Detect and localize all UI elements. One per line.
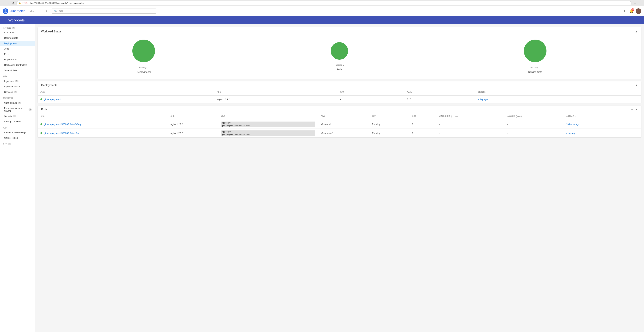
search-input[interactable] bbox=[59, 10, 154, 12]
sidebar-section-cluster-label: 集群 bbox=[3, 126, 7, 129]
pod-tag-2-0: app: nginx bbox=[221, 130, 316, 133]
pod-node-cell-2: k8s-master1 bbox=[318, 129, 369, 137]
sidebar-section-workloads-badge: N bbox=[12, 27, 15, 29]
search-bar: 🔍 bbox=[52, 9, 156, 14]
sidebar-item-pvc[interactable]: Persistent Volume Claims N bbox=[0, 105, 35, 113]
status-circle-pods-container: Running: 3 bbox=[331, 42, 348, 66]
browser-menu-button[interactable]: ⋮ bbox=[638, 1, 642, 5]
deployments-collapse-button[interactable]: ▲ bbox=[635, 84, 638, 87]
app-header: ☰ Workloads bbox=[0, 16, 644, 25]
sidebar-config-maps-badge: N bbox=[18, 102, 21, 104]
pod-tag-2-1: pod-template-hash: 565887c86b bbox=[221, 133, 316, 136]
pod-created-link[interactable]: 13 hours ago bbox=[566, 123, 580, 125]
status-name-replicasets: Replica Sets bbox=[528, 71, 542, 73]
sidebar-item-replica-sets[interactable]: Replica Sets bbox=[0, 57, 35, 62]
refresh-button[interactable]: ↺ bbox=[12, 2, 15, 5]
deployments-table: 名称 镜像 标签 Pods 创建时间 ↑ nginx-deployment bbox=[38, 89, 641, 103]
status-item-deployments: Running: 1 Deployments bbox=[132, 40, 155, 73]
sidebar-config-maps-label: Config Maps bbox=[4, 101, 17, 104]
sidebar-stateful-sets-label: Stateful Sets bbox=[4, 69, 17, 72]
sidebar-pvc-label: Persistent Volume Claims bbox=[4, 107, 28, 112]
pod-name-link-2[interactable]: nginx-deployment-565887c86b-z7nrh bbox=[43, 132, 80, 134]
sidebar-pvc-badge: N bbox=[28, 108, 32, 111]
namespace-selector[interactable]: laker ▼ bbox=[28, 9, 49, 13]
status-item-replica-sets: Running: 1 Replica Sets bbox=[524, 40, 546, 73]
add-resource-button[interactable]: + bbox=[622, 8, 627, 14]
workload-status-header: Workload Status ▲ bbox=[38, 27, 641, 36]
deployments-col-image: 镜像 bbox=[214, 89, 337, 96]
sidebar-item-secrets[interactable]: Secrets N bbox=[0, 113, 35, 119]
sidebar-item-jobs[interactable]: Jobs bbox=[0, 46, 35, 51]
deployments-section-header: Deployments ⚌ ▲ bbox=[38, 81, 641, 89]
pods-col-name: 名称 bbox=[38, 113, 168, 120]
table-row: nginx-deployment nginx:1.23.2 - 3 / 3 a … bbox=[38, 96, 641, 103]
table-row: nginx-deployment-565887c86b-2k84q nginx:… bbox=[38, 120, 641, 129]
deployment-name-link[interactable]: nginx-deployment bbox=[43, 98, 61, 101]
kubernetes-logo[interactable]: kubernetes bbox=[3, 8, 25, 14]
pod-name-link[interactable]: nginx-deployment-565887c86b-2k84q bbox=[43, 123, 81, 125]
deployments-table-head: 名称 镜像 标签 Pods 创建时间 ↑ bbox=[38, 89, 641, 96]
forward-button[interactable]: → bbox=[6, 2, 10, 5]
sidebar-daemon-sets-label: Daemon Sets bbox=[4, 37, 18, 39]
workload-status-collapse-button[interactable]: ▲ bbox=[635, 30, 638, 33]
sidebar-ingress-classes-label: Ingress Classes bbox=[4, 85, 20, 88]
sidebar-section-services-label: 服务 bbox=[3, 75, 7, 78]
menu-toggle-button[interactable]: ☰ bbox=[3, 18, 6, 22]
status-circle-pods bbox=[331, 42, 348, 60]
status-item-pods: Running: 3 Pods bbox=[331, 42, 348, 71]
url-bar[interactable]: 🔒 不安全 https://10.224.76.114:30698/#/work… bbox=[16, 1, 632, 5]
pod-cpu-cell: - bbox=[436, 120, 504, 129]
deployment-image-cell: nginx:1.23.2 bbox=[214, 96, 337, 103]
pods-section-header: Pods ⚌ ▲ bbox=[38, 106, 641, 113]
sidebar-section-config: 配置和存储 bbox=[0, 95, 35, 100]
sidebar-item-stateful-sets[interactable]: Stateful Sets bbox=[0, 68, 35, 73]
sidebar-item-ingress-classes[interactable]: Ingress Classes bbox=[0, 84, 35, 89]
sidebar-item-cluster-roles[interactable]: Cluster Roles bbox=[0, 135, 35, 140]
pods-table-body: nginx-deployment-565887c86b-2k84q nginx:… bbox=[38, 120, 641, 137]
pods-collapse-button[interactable]: ▲ bbox=[635, 108, 638, 111]
sidebar-item-cron-jobs[interactable]: Cron Jobs bbox=[0, 30, 35, 35]
bookmark-button[interactable]: ☆ bbox=[633, 1, 637, 5]
pods-col-status: 状态 bbox=[369, 113, 409, 120]
deployment-status-cell: nginx-deployment bbox=[38, 96, 214, 103]
deployments-filter-button[interactable]: ⚌ bbox=[631, 84, 634, 87]
pods-col-restarts: 重启 bbox=[409, 113, 436, 120]
chevron-down-icon: ▼ bbox=[45, 10, 47, 12]
deployments-col-created: 创建时间 ↑ bbox=[475, 89, 582, 96]
sidebar-item-config-maps[interactable]: Config Maps N bbox=[0, 100, 35, 105]
deployments-table-header-row: 名称 镜像 标签 Pods 创建时间 ↑ bbox=[38, 89, 641, 96]
deployment-actions-cell: ⋮ bbox=[582, 96, 641, 103]
top-bar-actions: + 🔔 24 U bbox=[622, 8, 641, 14]
pods-col-image: 镜像 bbox=[168, 113, 218, 120]
status-running-replicasets: Running: 1 bbox=[530, 66, 540, 69]
status-dot bbox=[40, 98, 42, 100]
back-button[interactable]: ← bbox=[2, 2, 5, 5]
deployment-more-button[interactable]: ⋮ bbox=[584, 97, 588, 101]
pod-more-button-2[interactable]: ⋮ bbox=[619, 131, 622, 135]
sidebar-item-storage-classes[interactable]: Storage Classes bbox=[0, 119, 35, 124]
namespace-text: laker bbox=[30, 10, 44, 12]
pods-col-memory: 内存使用 (bytes) bbox=[504, 113, 563, 120]
sidebar-section-workloads-label: 工作负载 bbox=[3, 27, 11, 29]
url-text: https://10.224.76.114:30698/#/workloads?… bbox=[29, 2, 84, 4]
deployment-created-link[interactable]: a day ago bbox=[478, 98, 488, 101]
avatar[interactable]: U bbox=[636, 8, 641, 14]
pod-more-button[interactable]: ⋮ bbox=[619, 122, 622, 126]
pods-filter-button[interactable]: ⚌ bbox=[631, 108, 634, 111]
deployment-created-cell: a day ago bbox=[475, 96, 582, 103]
pod-memory-cell-2: - bbox=[504, 129, 563, 137]
pod-node-cell: k8s-node2 bbox=[318, 120, 369, 129]
sidebar-item-services[interactable]: Services N bbox=[0, 89, 35, 95]
deployments-col-actions bbox=[582, 89, 641, 96]
sidebar-item-pods[interactable]: Pods bbox=[0, 51, 35, 57]
notifications-button[interactable]: 🔔 24 bbox=[629, 8, 634, 14]
pod-created-link-2[interactable]: a day ago bbox=[566, 132, 576, 134]
pod-restarts-cell: 0 bbox=[409, 120, 436, 129]
pod-actions-cell-2: ⋮ bbox=[616, 129, 641, 137]
sidebar-item-daemon-sets[interactable]: Daemon Sets bbox=[0, 35, 35, 41]
sidebar-item-ingresses[interactable]: Ingresses N bbox=[0, 78, 35, 84]
sidebar-item-replication-controllers[interactable]: Replication Controllers bbox=[0, 62, 35, 68]
sidebar-item-cluster-role-bindings[interactable]: Cluster Role Bindings bbox=[0, 130, 35, 135]
pod-tags-container-2: app: nginx pod-template-hash: 565887c86b bbox=[221, 130, 316, 136]
sidebar-item-deployments[interactable]: Deployments bbox=[0, 41, 35, 46]
